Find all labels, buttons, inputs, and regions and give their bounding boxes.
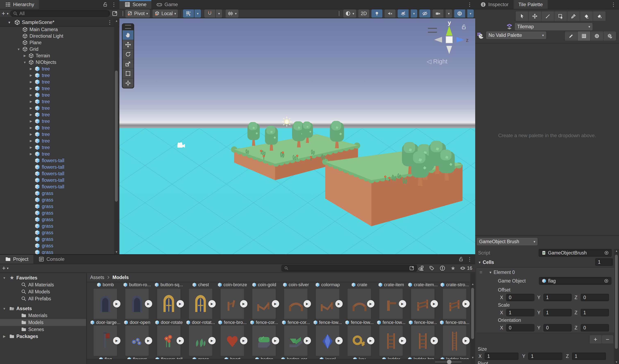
kebab-menu-icon[interactable]: ⋮ xyxy=(611,2,616,7)
asset-item[interactable]: fence-low... xyxy=(375,320,407,325)
asset-item[interactable]: fence-low... xyxy=(311,320,343,325)
remove-element-button[interactable]: − xyxy=(602,335,613,344)
asset-item[interactable]: door-rotate xyxy=(153,320,184,325)
open-in-window-icon[interactable] xyxy=(112,11,118,17)
foldout-icon[interactable]: ▶ xyxy=(21,54,28,57)
view-hand-tool[interactable] xyxy=(123,30,134,40)
palette-dropdown[interactable]: No Valid Palette ▾ xyxy=(486,31,547,39)
orientation-y-field[interactable]: 0 xyxy=(543,324,572,331)
preview-play-icon[interactable]: ▶ xyxy=(240,300,247,308)
hierarchy-item-tree[interactable]: ▶tree xyxy=(0,118,114,124)
tab-hierarchy[interactable]: Hierarchy xyxy=(0,0,39,9)
foldout-icon[interactable]: ▶ xyxy=(28,67,34,71)
preview-play-icon[interactable]: ▶ xyxy=(431,337,438,344)
hierarchy-item-tree[interactable]: ▶tree xyxy=(0,111,114,118)
search-by-label-icon[interactable] xyxy=(429,265,435,271)
scene-foldout-icon[interactable]: ▼ xyxy=(8,21,11,24)
preview-play-icon[interactable]: ▶ xyxy=(335,337,343,344)
offset-y-field[interactable]: 1 xyxy=(543,294,572,301)
foldout-icon[interactable]: ▶ xyxy=(28,106,34,110)
grid-snap-options-button[interactable]: ▾ xyxy=(194,9,201,18)
foldout-icon[interactable]: ▶ xyxy=(28,87,34,90)
hierarchy-item-grass[interactable]: grass xyxy=(0,236,114,243)
scene-viewport[interactable]: y z ◁ Right xyxy=(119,18,475,254)
inspector-scrollbar[interactable]: ▲ ▼ xyxy=(614,249,619,364)
preview-play-icon[interactable]: ▶ xyxy=(272,337,279,344)
asset-thumbnail-flowers[interactable]: ▶ xyxy=(125,325,149,356)
foldout-icon[interactable]: ▶ xyxy=(1,335,7,338)
audio-toggle[interactable] xyxy=(384,9,396,18)
scroll-down-icon[interactable]: ▼ xyxy=(114,250,119,254)
tree-all-materials[interactable]: All Materials xyxy=(0,281,86,288)
preview-play-icon[interactable]: ▶ xyxy=(177,300,184,308)
lock-icon[interactable] xyxy=(458,256,464,262)
foldout-icon[interactable]: ▶ xyxy=(28,119,34,123)
scroll-up-icon[interactable]: ▲ xyxy=(114,19,119,22)
preview-play-icon[interactable]: ▶ xyxy=(431,300,438,308)
preview-play-icon[interactable]: ▶ xyxy=(399,300,406,308)
project-scroll-thumb[interactable] xyxy=(471,288,474,339)
preview-play-icon[interactable]: ▶ xyxy=(304,300,311,308)
asset-thumbnail-fence-low[interactable]: ▶ xyxy=(348,289,371,319)
preview-play-icon[interactable]: ▶ xyxy=(462,337,470,344)
hierarchy-item-tree[interactable]: ▶tree xyxy=(0,151,114,157)
asset-thumbnail-ladder[interactable]: ▶ xyxy=(379,325,403,356)
create-add-button[interactable]: + xyxy=(2,265,6,272)
active-tilemap-dropdown[interactable]: Tilemap ▾ xyxy=(515,23,593,31)
hierarchy-item-grid[interactable]: ▼Grid xyxy=(0,46,114,53)
lock-icon[interactable] xyxy=(103,2,108,7)
palette-gizmos-toggle[interactable] xyxy=(591,31,604,41)
asset-item[interactable]: fence-low... xyxy=(343,320,375,325)
asset-thumbnail-fence-cor[interactable]: ▶ xyxy=(252,289,276,319)
scene-visibility-toggle[interactable] xyxy=(419,9,431,18)
tp-picker-tool[interactable] xyxy=(567,11,580,21)
foldout-icon[interactable]: ▶ xyxy=(28,113,34,117)
tree-folder-scenes[interactable]: Scenes xyxy=(0,326,86,333)
unresolved-icon[interactable] xyxy=(440,265,445,271)
hierarchy-item-tree[interactable]: ▶tree xyxy=(0,92,114,98)
tab-scene[interactable]: Scene xyxy=(119,0,151,9)
asset-item-partial[interactable]: crate-item... xyxy=(407,282,438,287)
hierarchy-item-flowers-tall[interactable]: flowers-tall xyxy=(0,164,114,170)
preview-play-icon[interactable]: ▶ xyxy=(335,300,343,308)
foldout-icon[interactable]: ▶ xyxy=(28,73,34,77)
hierarchy-item-flowers-tall[interactable]: flowers-tall xyxy=(0,177,114,183)
palette-settings-button[interactable] xyxy=(604,31,616,41)
foldout-icon[interactable]: ▶ xyxy=(28,146,34,149)
hierarchy-item-grass[interactable]: grass xyxy=(0,223,114,229)
move-tool[interactable] xyxy=(123,40,134,49)
tp-fill-tool[interactable] xyxy=(593,11,606,21)
foldout-icon[interactable]: ▶ xyxy=(28,133,34,136)
asset-thumbnail-fence-low[interactable]: ▶ xyxy=(316,289,339,319)
asset-thumbnail-ladder-long[interactable]: ▶ xyxy=(443,325,466,356)
asset-thumbnail-door-rotat[interactable]: ▶ xyxy=(189,289,212,319)
foldout-icon[interactable]: ▶ xyxy=(28,152,34,156)
hierarchy-item-plane[interactable]: Plane xyxy=(0,39,114,46)
hierarchy-item-grass[interactable]: grass xyxy=(0,203,114,210)
tree-folder-models[interactable]: Models xyxy=(0,319,86,326)
asset-thumbnail-flag[interactable]: ▶ xyxy=(94,325,117,356)
tp-eraser-tool[interactable] xyxy=(580,11,593,21)
breadcrumb-current[interactable]: Models xyxy=(113,275,129,280)
2d-toggle[interactable]: 2D xyxy=(358,9,369,18)
script-field[interactable]: GameObjectBrush xyxy=(539,249,612,257)
hierarchy-item-tree[interactable]: ▶tree xyxy=(0,85,114,92)
asset-item[interactable]: door-open xyxy=(121,320,153,325)
asset-thumbnail-hedge[interactable]: ▶ xyxy=(252,325,276,356)
preview-play-icon[interactable]: ▶ xyxy=(113,300,120,308)
asset-thumbnail-door-rotate[interactable]: ▶ xyxy=(157,289,181,319)
search-expand-icon[interactable] xyxy=(409,266,414,271)
hierarchy-item-grass[interactable]: grass xyxy=(0,190,114,197)
hierarchy-item-flowers-tall[interactable]: flowers-tall xyxy=(0,157,114,164)
object-picker-icon[interactable] xyxy=(604,250,609,255)
size-x-field[interactable]: 1 xyxy=(485,352,519,360)
asset-item-partial[interactable]: chest xyxy=(184,282,216,287)
preview-play-icon[interactable]: ▶ xyxy=(367,300,374,308)
foldout-icon[interactable]: ▶ xyxy=(28,126,34,130)
preview-play-icon[interactable]: ▶ xyxy=(177,337,184,344)
effects-options-button[interactable]: ▾ xyxy=(410,9,417,18)
favorites-star-icon[interactable]: ★ xyxy=(451,265,455,271)
view-orientation-label[interactable]: ◁ Right xyxy=(427,58,447,65)
asset-thumbnail-grass[interactable]: ▶ xyxy=(189,325,212,356)
gizmo-overlay-handle[interactable] xyxy=(428,28,437,33)
